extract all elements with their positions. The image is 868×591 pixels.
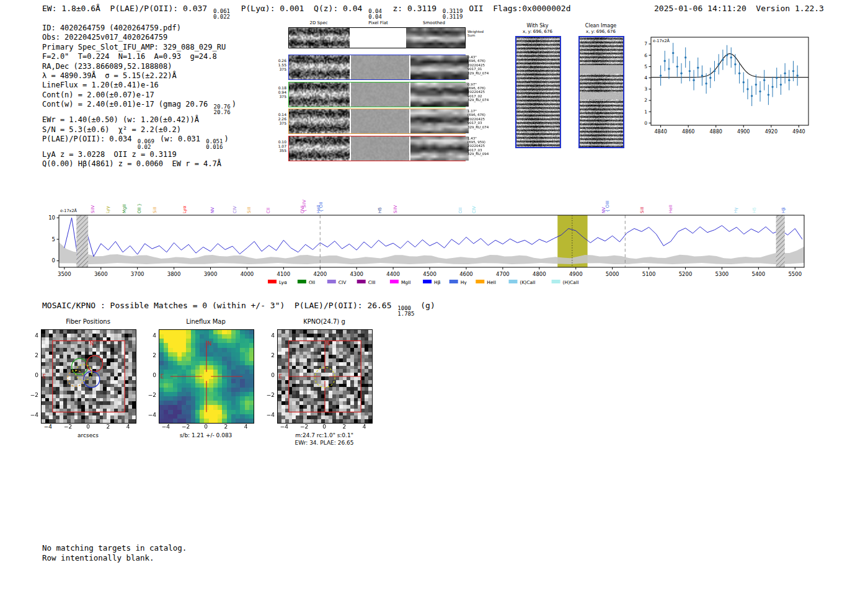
y-tick-label: 10 — [48, 215, 55, 221]
kpno-xlabel2: EWr: 34. PLAE: 26.65 — [271, 440, 378, 446]
footer-note-2: Row intentionally blank. — [42, 553, 154, 562]
cutout-y-tick-label: 4 — [27, 332, 38, 339]
spec2d-col-header-1: 2D Spec — [289, 20, 348, 25]
emission-line-label: Hγ — [733, 208, 738, 213]
cutout-y-tick-label: −4 — [145, 412, 156, 418]
emission-line-label: HeII — [668, 205, 673, 213]
x-tick-label: 5500 — [788, 271, 802, 277]
x-tick-label: 3800 — [167, 271, 181, 277]
cutout-y-tick-label: 0 — [264, 372, 275, 378]
legend-swatch — [298, 280, 306, 283]
spec2d-row-annotation: 1.17" (696, 676) 20220425 v017_03 329_RU… — [467, 109, 505, 129]
clean-image-coords: x, y: 696, 676 — [577, 29, 625, 34]
legend-label: OII — [309, 280, 315, 285]
legend-label: MgII — [401, 280, 411, 285]
x-tick-label: 4600 — [459, 271, 473, 277]
emission-line-label: { SiIV — [302, 200, 307, 212]
cutout-x-tick-label: −2 — [299, 424, 309, 430]
masked-band — [776, 215, 785, 267]
stacked-value: 20.7620.76 — [214, 104, 231, 115]
spec2d-row — [288, 136, 466, 161]
footer-note-1: No matching targets in catalog. — [42, 543, 187, 553]
kpno-image — [277, 329, 373, 424]
info-line: Cont(n) = 2.00(±0.07)e-17 — [42, 91, 236, 100]
data-point — [738, 73, 740, 74]
cutout-x-tick-label: −2 — [63, 424, 73, 430]
x-tick-label: 4500 — [423, 271, 436, 277]
spec2d-row-annotation: 0.43" (696, 676) 20220425 v017_01 329_RU… — [467, 55, 505, 75]
y-tick-label: 7 — [644, 41, 647, 47]
data-point — [771, 86, 773, 87]
spec2d-row — [288, 82, 466, 107]
kpno-title: KPNO(24.7) g — [271, 318, 378, 325]
stacked-value: 0.0690.02 — [138, 139, 154, 150]
emission-line-label: CIV — [232, 206, 237, 213]
with-sky-title: With Sky — [515, 23, 560, 29]
stacked-value: 0.0610.022 — [213, 9, 230, 20]
data-point — [701, 74, 703, 76]
spec2d-row — [288, 27, 466, 48]
cutout-x-tick-label: 2 — [103, 424, 113, 430]
info-line: P(LAE)/P(OII): 0.034 0.0690.02 (w: 0.031… — [42, 135, 236, 150]
data-point — [734, 63, 736, 65]
legend-label: HeII — [487, 280, 496, 285]
info-line: Obs: 20220425v017_4020264759 — [42, 33, 236, 42]
x-tick-label: 5200 — [679, 271, 693, 277]
legend-label: Hβ — [434, 280, 441, 285]
y-tick-label: 0 — [52, 257, 55, 264]
lineflux-map-title: Lineflux Map — [153, 318, 259, 325]
smoothed-image — [410, 55, 469, 79]
data-point — [714, 70, 715, 72]
stacked-value: 10001.785 — [397, 306, 414, 317]
info-line: S/N = 5.3(±0.6) χ² = 2.2(±0.2) — [42, 125, 236, 135]
legend-swatch — [450, 280, 458, 283]
data-point — [792, 70, 794, 72]
legend-swatch — [268, 280, 277, 283]
emission-line-label: OII } — [137, 203, 142, 213]
spec2d-row-annotation: 0.97" (696, 676) 20220425 v017_02 329_RU… — [467, 82, 505, 102]
x-tick-label: 4100 — [277, 271, 291, 277]
spec2d-row-scale: 0.18 0.94 375 — [270, 86, 286, 99]
emission-line-label: SiII — [153, 207, 157, 213]
pixel-flat-image — [351, 82, 409, 107]
data-point — [709, 77, 711, 79]
spectrum-ylabel: e-17x2Å — [60, 208, 78, 213]
detection-info-block: ID: 4020264759 (4020264759.pdf)Obs: 2022… — [42, 24, 236, 169]
x-tick-label: 4840 — [654, 129, 666, 135]
x-tick-label: 4000 — [241, 271, 254, 277]
pixel-flat-image — [351, 109, 409, 133]
noise-band — [59, 242, 804, 265]
pixel-flat-image — [351, 136, 409, 161]
emission-line-label: CII — [266, 208, 271, 213]
data-point — [664, 60, 666, 62]
emission-line-label: HeII — [316, 205, 321, 213]
x-tick-label: 4900 — [737, 129, 750, 135]
spec2d-image — [289, 136, 350, 161]
data-point — [689, 70, 691, 72]
cutout-y-tick-label: −4 — [27, 412, 38, 418]
data-point — [676, 66, 678, 68]
data-point — [755, 84, 757, 86]
y-tick-label: 1 — [644, 109, 647, 115]
x-tick-label: 5400 — [752, 271, 766, 277]
clean-image-title: Clean Image — [577, 23, 625, 29]
fiber-positions-map — [41, 329, 136, 424]
x-tick-label: 4300 — [350, 271, 363, 277]
data-point — [746, 88, 748, 90]
data-point — [680, 73, 682, 74]
emission-line-label: { OIII — [605, 201, 610, 212]
spec2d-row — [288, 55, 466, 80]
spec2d-row-scale: 0.26 1.55 375 — [270, 58, 286, 71]
legend-swatch — [423, 280, 432, 283]
legend-label: Lyα — [279, 280, 287, 285]
data-point — [768, 94, 769, 96]
legend-label: (H)CaII — [563, 280, 579, 285]
x-tick-label: 3900 — [204, 271, 218, 277]
data-point — [668, 68, 670, 69]
data-point — [730, 56, 732, 58]
info-line: RA,Dec (233.866089,52.188808) — [42, 62, 236, 71]
cutout-y-tick-label: 2 — [264, 352, 275, 358]
legend-swatch — [327, 280, 336, 283]
x-tick-label: 4860 — [682, 129, 694, 135]
emission-line-label: SiII — [640, 207, 645, 213]
